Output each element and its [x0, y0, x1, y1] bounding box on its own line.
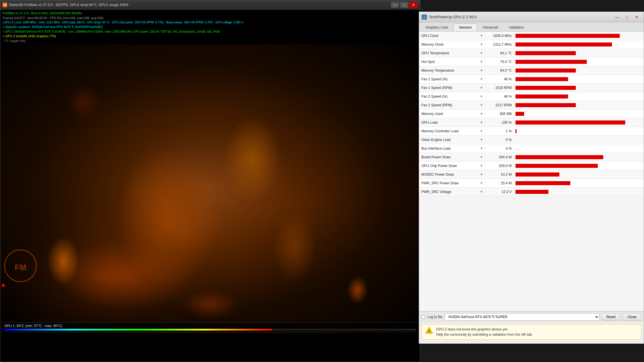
- sensor-dropdown-icon[interactable]: ▼: [480, 164, 483, 167]
- gpuz-titlebar-buttons[interactable]: — □ ✕: [613, 13, 641, 21]
- sensor-bar: [515, 94, 568, 99]
- close-button[interactable]: Close: [623, 313, 641, 321]
- sensor-dropdown-icon[interactable]: ▼: [480, 103, 483, 107]
- sensor-row: Video Engine Load ▼ 0 %: [419, 135, 644, 144]
- sensor-dropdown-icon[interactable]: ▼: [480, 95, 483, 98]
- sensor-name: GPU Load ▼: [419, 120, 485, 125]
- sensor-value: 64.1 °C: [485, 51, 514, 55]
- sensor-name: PWR_SRC Power Draw ▼: [419, 181, 485, 185]
- sensor-dropdown-icon[interactable]: ▼: [480, 112, 483, 115]
- sensor-dropdown-icon[interactable]: ▼: [480, 121, 483, 124]
- sensor-bar: [515, 181, 570, 185]
- sensor-bar-container: [514, 190, 644, 194]
- sensor-value: 1312.7 MHz: [485, 42, 514, 47]
- sensor-row: GPU Temperature ▼ 64.1 °C: [419, 49, 644, 57]
- svg-text:Z: Z: [424, 16, 425, 19]
- gpu-temp-overlay: GPU 1: 64°C (min: 57°C - max: 65°C): [2, 322, 419, 332]
- sensor-dropdown-icon[interactable]: ▼: [480, 60, 483, 63]
- sensor-value: 64.0 °C: [485, 68, 514, 73]
- furmark-minimize-btn[interactable]: —: [391, 2, 399, 8]
- furmark-render-svg: [0, 44, 420, 333]
- sensor-value: 48 %: [485, 77, 514, 81]
- sensor-name: Fan 1 Speed (%) ▼: [419, 77, 485, 81]
- sensor-bar: [515, 190, 548, 194]
- svg-point-3: [5, 250, 36, 282]
- sensor-dropdown-icon[interactable]: ▼: [480, 43, 483, 46]
- sensor-name: Bus Interface Load ▼: [419, 146, 485, 151]
- sensor-row: Fan 1 Speed (RPM) ▼ 1519 RPM: [419, 83, 644, 92]
- gpu-temp-bar-fill: [4, 329, 272, 331]
- sensor-bar: [515, 103, 576, 107]
- furmark-info-line6: > GPU 2 (Intel(R) UHD Graphics 770): [3, 34, 418, 39]
- furmark-window: G3 Geeks3D FurMark v1.37.2.0 - 201FPS, G…: [0, 0, 420, 362]
- sensor-bar: [515, 42, 612, 47]
- sensor-name: Memory Temperature ▼: [419, 68, 485, 73]
- sensor-bar-container: [514, 103, 644, 107]
- gpuz-window: Z TechPowerUp GPU-Z 2.56.0 — □ ✕ Graphic…: [419, 12, 644, 344]
- sensor-bar: [515, 112, 524, 116]
- sensor-dropdown-icon[interactable]: ▼: [480, 51, 483, 55]
- sensor-dropdown-icon[interactable]: ▼: [480, 147, 483, 150]
- log-to-file-checkbox[interactable]: [421, 315, 425, 319]
- sensor-value: 0 %: [485, 146, 514, 151]
- sensor-bar-container: [514, 68, 644, 73]
- sensor-dropdown-icon[interactable]: ▼: [480, 129, 483, 133]
- sensor-bar-container: [514, 129, 644, 133]
- sensor-value: 100 %: [485, 120, 514, 125]
- sensor-name: Memory Controller Load ▼: [419, 129, 485, 133]
- sensor-dropdown-icon[interactable]: ▼: [480, 173, 483, 176]
- gpu-selector[interactable]: NVIDIA GeForce RTX 4070 Ti SUPER: [445, 313, 599, 321]
- sensor-row: Fan 1 Speed (%) ▼ 48 %: [419, 75, 644, 83]
- furmark-titlebar-buttons: — □ ✕: [391, 2, 418, 8]
- sensor-dropdown-icon[interactable]: ▼: [480, 77, 483, 81]
- sensor-name: Memory Clock ▼: [419, 42, 485, 47]
- sensor-bar-container: [514, 51, 644, 55]
- sensor-dropdown-icon[interactable]: ▼: [480, 34, 483, 37]
- tab-sensors[interactable]: Sensors: [453, 23, 477, 31]
- sensor-name: Fan 2 Speed (RPM) ▼: [419, 103, 485, 107]
- sensor-value: 1 %: [485, 129, 514, 133]
- sensor-bar: [515, 68, 576, 73]
- sensor-bar: [515, 77, 568, 81]
- sensor-dropdown-icon[interactable]: ▼: [480, 155, 483, 159]
- sensor-bar-container: [514, 86, 644, 90]
- sensor-bar: [515, 120, 625, 125]
- sensor-bar-container: [514, 42, 644, 47]
- sensor-bar: [515, 155, 603, 159]
- furmark-indicator: [2, 284, 5, 287]
- gpuz-maximize-btn[interactable]: □: [622, 13, 632, 21]
- svg-text:!: !: [429, 329, 430, 333]
- sensor-dropdown-icon[interactable]: ▼: [480, 181, 483, 185]
- sensor-row: Memory Controller Load ▼ 1 %: [419, 127, 644, 135]
- sensor-dropdown-icon[interactable]: ▼: [480, 69, 483, 72]
- warning-icon: !: [425, 327, 433, 334]
- sensor-dropdown-icon[interactable]: ▼: [480, 138, 483, 141]
- svg-rect-0: [0, 44, 420, 333]
- sensor-bar: [515, 34, 620, 38]
- sensor-bar: [515, 86, 576, 90]
- gpu-temp-label: GPU 1: 64°C (min: 57°C - max: 65°C): [4, 324, 416, 328]
- sensor-dropdown-icon[interactable]: ▼: [480, 190, 483, 193]
- gpuz-close-btn[interactable]: ✕: [632, 13, 641, 21]
- tab-validation[interactable]: Validation: [504, 23, 530, 31]
- gpuz-minimize-btn[interactable]: —: [613, 13, 622, 21]
- sensor-row: Memory Used ▼ 805 MB: [419, 109, 644, 118]
- furmark-icon: G3: [3, 3, 7, 7]
- sensor-row: Fan 2 Speed (%) ▼ 48 %: [419, 92, 644, 101]
- furmark-info-line3: [ GPU-Z ] core: 1605 MHz - mem: 1312 MHz…: [3, 20, 418, 25]
- sensor-value: 48 %: [485, 94, 514, 99]
- gpuz-bottom-bar: Log to file NVIDIA GeForce RTX 4070 Ti S…: [419, 311, 644, 322]
- furmark-info: FurMark v1.37.2.0 - Burn-in test, 1920x1…: [0, 10, 420, 44]
- reset-button[interactable]: Reset: [602, 313, 620, 321]
- tab-advanced[interactable]: Advanced: [477, 23, 503, 31]
- sensor-row: Bus Interface Load ▼ 0 %: [419, 144, 644, 153]
- furmark-maximize-btn[interactable]: □: [400, 2, 408, 8]
- sensor-name: GPU Chip Power Draw ▼: [419, 164, 485, 168]
- furmark-info-line4: > OpenGL renderer: NVIDIA GeForce RTX 40…: [3, 25, 418, 29]
- furmark-close-btn[interactable]: ✕: [410, 2, 418, 8]
- furmark-info-line2: Frames:241377 - time:00:20:04 - FPS:201 …: [3, 16, 418, 21]
- furmark-info-line1: FurMark v1.37.2.0 - Burn-in test, 1920x1…: [3, 11, 418, 16]
- tab-graphics-card[interactable]: Graphics Card: [420, 23, 453, 31]
- sensor-dropdown-icon[interactable]: ▼: [480, 86, 483, 89]
- sensor-bar-container: [514, 181, 644, 185]
